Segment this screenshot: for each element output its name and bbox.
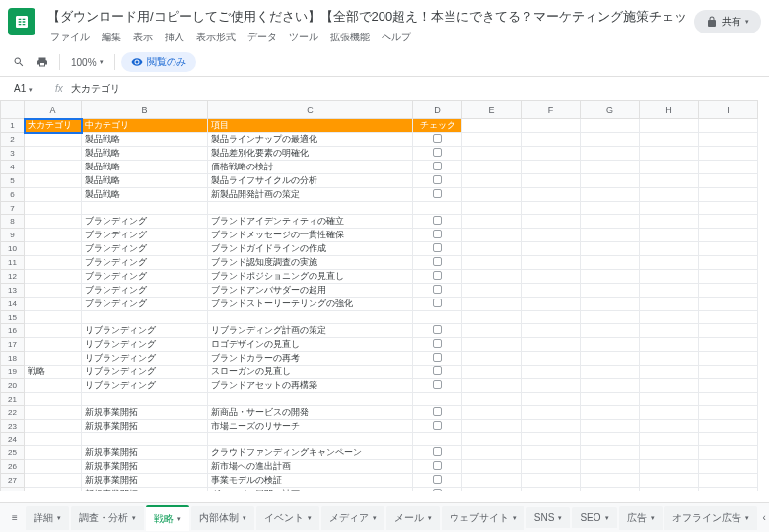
cell-check[interactable] (413, 446, 462, 460)
cell-check[interactable] (413, 488, 462, 492)
checkbox[interactable] (433, 189, 442, 198)
cell-b[interactable]: 新規事業開拓 (82, 446, 208, 460)
col-header-I[interactable]: I (699, 101, 758, 119)
cell-a[interactable] (25, 488, 82, 492)
cell-c[interactable]: 価格戦略の検討 (208, 161, 413, 174)
row-header[interactable]: 15 (1, 311, 25, 324)
cell-b[interactable]: ブランディング (82, 284, 208, 298)
cell-c[interactable]: ブランドアセットの再構築 (208, 379, 413, 393)
sheet-tab-広告[interactable]: 広告▾ (619, 506, 663, 530)
row-header[interactable]: 11 (1, 256, 25, 270)
row-header[interactable]: 27 (1, 474, 25, 488)
view-only-badge[interactable]: 閲覧のみ (121, 52, 196, 72)
cell-a[interactable] (25, 338, 82, 352)
cell-b[interactable]: ブランディング (82, 298, 208, 311)
col-header-F[interactable]: F (522, 101, 581, 119)
sheet-tab-詳細[interactable]: 詳細▾ (26, 506, 69, 530)
cell-check[interactable] (413, 298, 462, 311)
row-header[interactable]: 13 (1, 284, 25, 298)
checkbox[interactable] (433, 257, 442, 266)
sheet-tab-調査・分析[interactable]: 調査・分析▾ (71, 506, 144, 530)
checkbox[interactable] (433, 325, 442, 334)
menu-表示[interactable]: 表示 (128, 29, 158, 46)
checkbox[interactable] (433, 230, 442, 238)
print-button[interactable] (32, 53, 53, 71)
checkbox[interactable] (433, 162, 442, 170)
cell-b[interactable]: 製品戦略 (82, 147, 208, 161)
cell-b[interactable]: 製品戦略 (82, 161, 208, 174)
sheet-tab-オフライン広告[interactable]: オフライン広告▾ (664, 506, 757, 530)
cell-b[interactable]: 製品戦略 (82, 188, 208, 202)
checkbox[interactable] (433, 461, 442, 470)
cell-c[interactable] (208, 433, 413, 446)
cell-a[interactable] (25, 229, 82, 242)
cell-b[interactable]: リブランディング (82, 352, 208, 366)
cell-b[interactable]: リブランディング (82, 324, 208, 338)
checkbox[interactable] (433, 243, 442, 252)
zoom-select[interactable]: 100% ▾ (66, 54, 108, 71)
cell-c[interactable]: ブランドガイドラインの作成 (208, 242, 413, 256)
cell-check[interactable] (413, 147, 462, 161)
cell-c[interactable]: グローバル展開の計画 (208, 488, 413, 492)
cell-check[interactable] (413, 215, 462, 229)
cell-c[interactable]: 製品ラインナップの最適化 (208, 133, 413, 147)
cell-c[interactable]: 市場ニーズのリサーチ (208, 420, 413, 433)
row-header[interactable]: 26 (1, 460, 25, 474)
cell-c[interactable]: リブランディング計画の策定 (208, 324, 413, 338)
formula-bar[interactable]: 大カテゴリ (71, 82, 120, 96)
cell-c[interactable] (208, 311, 413, 324)
col-header-D[interactable]: D (413, 101, 462, 119)
cell-b[interactable]: リブランディング (82, 379, 208, 393)
menu-表示形式[interactable]: 表示形式 (191, 29, 241, 46)
cell-b[interactable]: 製品戦略 (82, 133, 208, 147)
cell-b[interactable]: リブランディング (82, 366, 208, 379)
cell-a[interactable] (25, 420, 82, 433)
row-header[interactable]: 16 (1, 324, 25, 338)
cell-a[interactable] (25, 298, 82, 311)
checkbox[interactable] (433, 216, 442, 225)
cell-check[interactable] (413, 393, 462, 406)
cell-check[interactable] (413, 242, 462, 256)
cell-b[interactable]: ブランディング (82, 270, 208, 284)
checkbox[interactable] (433, 339, 442, 348)
checkbox[interactable] (433, 489, 442, 491)
checkbox[interactable] (433, 299, 442, 307)
sheets-logo[interactable] (8, 8, 35, 35)
cell-a[interactable] (25, 311, 82, 324)
menu-ツール[interactable]: ツール (284, 29, 323, 46)
checkbox[interactable] (433, 134, 442, 143)
menu-ヘルプ[interactable]: ヘルプ (377, 29, 416, 46)
cell-a[interactable] (25, 284, 82, 298)
cell-c[interactable]: 新製品開発計画の策定 (208, 188, 413, 202)
cell-a[interactable] (25, 433, 82, 446)
cell-c[interactable]: ロゴデザインの見直し (208, 338, 413, 352)
cell-check[interactable] (413, 270, 462, 284)
cell-a[interactable] (25, 474, 82, 488)
row-header[interactable]: 12 (1, 270, 25, 284)
checkbox[interactable] (433, 475, 442, 484)
cell-a[interactable] (25, 202, 82, 215)
row-header[interactable]: 10 (1, 242, 25, 256)
cell-b[interactable]: 新規事業開拓 (82, 420, 208, 433)
cell-check[interactable] (413, 229, 462, 242)
header-cell[interactable]: チェック (413, 119, 462, 133)
share-button[interactable]: 共有 ▾ (694, 10, 761, 33)
cell-a[interactable] (25, 406, 82, 420)
row-header[interactable]: 22 (1, 406, 25, 420)
checkbox[interactable] (433, 271, 442, 280)
row-header[interactable]: 7 (1, 202, 25, 215)
checkbox[interactable] (433, 407, 442, 416)
cell-b[interactable]: 製品戦略 (82, 174, 208, 188)
cell-b[interactable] (82, 393, 208, 406)
grid[interactable]: ABCDEFGHI1大カテゴリ中カテゴリ項目チェック2製品戦略製品ラインナップの… (0, 100, 769, 491)
cell-a[interactable] (25, 352, 82, 366)
search-button[interactable] (8, 53, 30, 71)
cell-check[interactable] (413, 324, 462, 338)
cell-b[interactable] (82, 311, 208, 324)
checkbox[interactable] (433, 366, 442, 375)
cell-a[interactable] (25, 174, 82, 188)
cell-b[interactable]: 新規事業開拓 (82, 488, 208, 492)
corner[interactable] (1, 101, 25, 119)
row-header[interactable]: 18 (1, 352, 25, 366)
cell-b[interactable]: ブランディング (82, 256, 208, 270)
